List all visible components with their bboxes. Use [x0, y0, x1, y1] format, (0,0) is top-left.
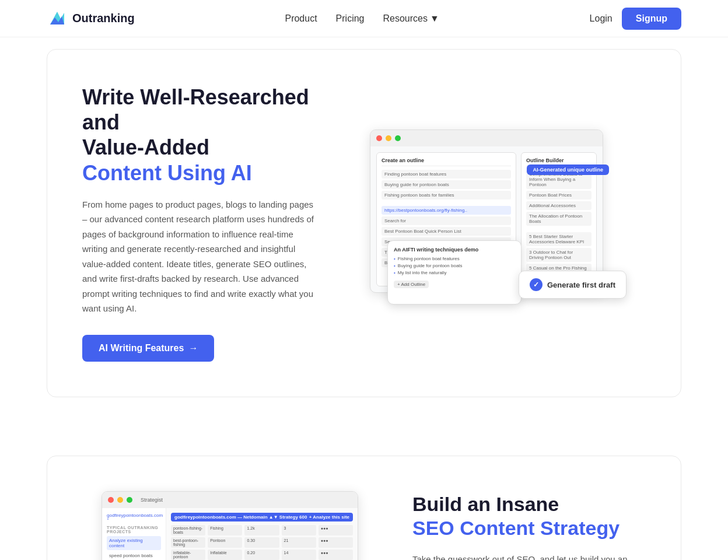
- strat-cell-url-1: pontoon-fishing-boats: [171, 525, 205, 536]
- dot-yellow: [386, 135, 391, 141]
- seo-strategy-title: Build an Insane SEO Content Strategy: [412, 492, 646, 540]
- mockup-right-item-3: Additional Accessories: [526, 201, 592, 210]
- strat-cell-url-3: inflatable-pontoon: [171, 550, 205, 560]
- strat-cell-pos-3: 14: [282, 550, 316, 560]
- strategy-mockup: Strategist godfireypointoonboats.com ˅ T…: [102, 491, 358, 560]
- strategist-label: Strategist: [141, 497, 163, 503]
- mockup-secondary-window: An AIFTI writing techniques demo Fishing…: [387, 240, 522, 304]
- strategy-row-1: pontoon-fishing-boats Fishing 1.2k 3 ●●●: [171, 525, 353, 536]
- strategy-url: godfireypointoonboats.com ˅: [107, 513, 161, 523]
- strat-cell-kw-2: Pontoon: [208, 537, 242, 548]
- strategy-body: godfireypointoonboats.com ˅ Typical outr…: [102, 508, 358, 560]
- dot-green: [395, 135, 401, 141]
- strategy-sidebar-analyze[interactable]: Analyze existing content: [107, 536, 161, 550]
- mockup-sec-item-2: Buying guide for pontoon boats: [394, 263, 515, 268]
- strat-cell-pos-1: 3: [282, 525, 316, 536]
- mockup-right-item-5: 5 Best Starter Starter Accessories Delaw…: [526, 232, 592, 246]
- checkmark-icon: ✓: [530, 278, 542, 291]
- chevron-down-icon: ▼: [430, 13, 439, 24]
- seo-strategy-section: Strategist godfireypointoonboats.com ˅ T…: [47, 456, 681, 560]
- mockup-right-item-4: The Allocation of Pontoon Boats: [526, 212, 592, 226]
- strategy-header-actions: + Analyze this site: [309, 514, 349, 520]
- mockup-sec-item-1: Fishing pontoon boat features: [394, 256, 515, 261]
- strat-cell-vol-2: 0.30: [244, 537, 279, 548]
- signup-button[interactable]: Signup: [622, 8, 681, 30]
- nav-links: Product Pricing Resources ▼: [285, 13, 439, 24]
- nav-actions: Login Signup: [590, 8, 681, 30]
- strat-cell-btn-1[interactable]: ●●●: [318, 525, 353, 536]
- logo-text: Outranking: [72, 12, 135, 25]
- mockup-sec-title: An AIFTI writing techniques demo: [394, 247, 515, 253]
- strategy-sidebar: godfireypointoonboats.com ˅ Typical outr…: [102, 508, 166, 560]
- mockup-item-4: https://bestpontoonboats.org/fly-fishing…: [382, 206, 511, 215]
- mockup-item-1: Finding pontoon boat features: [382, 170, 511, 178]
- nav-link-pricing[interactable]: Pricing: [336, 13, 365, 24]
- hero-right: Create an outline Finding pontoon boat f…: [351, 130, 646, 316]
- mockup-item-2: Buying guide for pontoon boats: [382, 180, 511, 189]
- app-mockup: Create an outline Finding pontoon boat f…: [370, 130, 626, 316]
- mockup-item-3: Fishing pontoon boats for families: [382, 191, 511, 200]
- strategy-header-label: godfireypointoonboats.com — Netdomain ▲▼…: [174, 514, 307, 520]
- strategy-mockup-container: Strategist godfireypointoonboats.com ˅ T…: [82, 491, 377, 560]
- dot-yellow: [117, 497, 123, 503]
- nav-link-resources[interactable]: Resources ▼: [383, 13, 439, 24]
- mockup-right-item-2: Pontoon Boat Prices: [526, 191, 592, 200]
- dot-red: [108, 497, 114, 503]
- mockup-right-item-6: 3 Outdoor to Chat for Driving Pontoon Ou…: [526, 248, 592, 262]
- nav-link-product[interactable]: Product: [285, 13, 317, 24]
- mockup-titlebar: [370, 130, 603, 146]
- strat-cell-pos-2: 21: [282, 537, 316, 548]
- seo-strategy-right: Build an Insane SEO Content Strategy Tak…: [412, 492, 646, 560]
- hero-description: From home pages to product pages, blogs …: [82, 197, 316, 316]
- dot-green: [127, 497, 132, 503]
- strat-cell-btn-2[interactable]: ●●●: [318, 537, 353, 548]
- generate-first-draft-button[interactable]: ✓ Generate first draft: [519, 271, 626, 299]
- strategy-titlebar: Strategist: [102, 492, 358, 508]
- mockup-outline-label: Create an outline: [382, 158, 511, 166]
- mockup-add-btn[interactable]: + Add Outline: [394, 281, 429, 288]
- arrow-icon: →: [188, 343, 198, 354]
- strat-cell-kw-3: Inflatable: [208, 550, 242, 560]
- ai-outline-badge: AI-Generated unique outline: [527, 164, 609, 175]
- strat-cell-kw-1: Fishing: [208, 525, 242, 536]
- strat-cell-btn-3[interactable]: ●●●: [318, 550, 353, 560]
- strat-cell-vol-3: 0.20: [244, 550, 279, 560]
- hero-title: Write Well-Researched and Value-Added Co…: [82, 85, 316, 186]
- mockup-item-5: Search for: [382, 216, 511, 225]
- strategy-sidebar-speed[interactable]: speed pontoon boats: [107, 551, 161, 560]
- mockup-item-6: Best Pontoon Boat Quick Person List: [382, 227, 511, 236]
- seo-strategy-description: Take the guesswork out of SEO, and let u…: [412, 552, 646, 560]
- strategy-main: godfireypointoonboats.com — Netdomain ▲▼…: [166, 508, 358, 560]
- strategy-row-2: best-pontoon-fishing Pontoon 0.30 21 ●●●: [171, 537, 353, 548]
- strategy-row-3: inflatable-pontoon Inflatable 0.20 14 ●●…: [171, 550, 353, 560]
- dot-red: [376, 135, 382, 141]
- logo[interactable]: Outranking: [47, 8, 135, 29]
- navbar: Outranking Product Pricing Resources ▼ L…: [0, 0, 728, 37]
- section-gap: [0, 421, 728, 456]
- mockup-sec-item-3: My list into the naturally: [394, 270, 515, 275]
- strat-cell-vol-1: 1.2k: [244, 525, 279, 536]
- strat-cell-url-2: best-pontoon-fishing: [171, 537, 205, 548]
- strategy-sidebar-label: Typical outranking projects: [107, 526, 161, 534]
- strategy-header: godfireypointoonboats.com — Netdomain ▲▼…: [171, 513, 353, 522]
- ai-writing-features-button[interactable]: AI Writing Features →: [82, 335, 214, 362]
- hero-left: Write Well-Researched and Value-Added Co…: [82, 85, 316, 362]
- hero-section: Write Well-Researched and Value-Added Co…: [47, 49, 681, 397]
- login-button[interactable]: Login: [590, 13, 612, 24]
